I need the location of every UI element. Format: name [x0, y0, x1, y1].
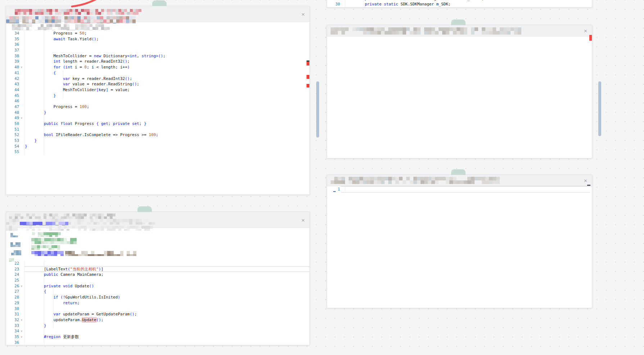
fold-gutter [19, 70, 24, 76]
fold-gutter [19, 42, 24, 48]
fold-gutter [19, 311, 24, 317]
fold-gutter [19, 289, 24, 295]
code-editor[interactable]: 29 public static Scene.SceneManager Scen… [327, 0, 592, 7]
chevron-down-icon[interactable]: ∨ [19, 317, 24, 323]
code-card-bottom-left: × 2223 [LabelText("当前的主相机")]24 public Ca… [6, 212, 310, 345]
line-number: 29 [6, 300, 19, 306]
code-line[interactable]: 35∨ #region 更新参数 [6, 334, 309, 340]
code-text: } [24, 110, 309, 116]
code-line[interactable]: 34 Progress = 50; [6, 31, 309, 36]
code-line[interactable]: 35 await Task.Yield(); [6, 36, 309, 42]
fold-gutter [19, 104, 24, 110]
code-line[interactable]: 36 [6, 340, 309, 346]
code-text: [LabelText("当前的主相机")] [24, 266, 309, 272]
canvas-scrollbar[interactable] [598, 81, 601, 136]
empty-card-bottom-right: × 1 [327, 175, 592, 308]
code-editor[interactable]: 2223 [LabelText("当前的主相机")]24 public Came… [6, 261, 309, 345]
code-line[interactable]: 23 [LabelText("当前的主相机")] [6, 266, 309, 272]
code-line[interactable]: 40∨ for (int i = 0; i < length; i++) [6, 64, 309, 70]
code-text: var value = reader.ReadString(); [24, 81, 309, 87]
code-line[interactable]: 42 var key = reader.ReadInt32(); [6, 76, 309, 82]
code-line[interactable]: 51 [6, 127, 309, 132]
fold-gutter [19, 81, 24, 87]
code-line[interactable]: 47 Progress = 100; [6, 104, 309, 110]
code-line[interactable]: 45 } [6, 93, 309, 99]
redacted-code [31, 245, 64, 250]
line-number: 52 [6, 132, 19, 138]
code-line[interactable]: 31 var updateParam = GetUpdateParam(); [6, 311, 309, 317]
code-text [24, 306, 309, 312]
code-line[interactable]: 41 { [6, 70, 309, 76]
chevron-down-icon[interactable]: ∨ [19, 328, 24, 334]
line-number: 44 [6, 87, 19, 93]
redacted-title [331, 27, 521, 35]
code-text [345, 187, 592, 192]
code-line[interactable]: 26∨ private void Update() [6, 283, 309, 289]
code-line[interactable]: 25 [6, 278, 309, 283]
redacted-code [31, 251, 64, 256]
code-line[interactable]: 1 [327, 187, 592, 192]
code-text: var key = reader.ReadInt32(); [24, 76, 309, 82]
line-number: 55 [6, 149, 19, 155]
code-text: MeshToCollider[key] = value; [24, 87, 309, 93]
fold-gutter [19, 144, 24, 149]
code-editor[interactable]: 1 [327, 187, 592, 192]
code-line[interactable]: 39 int length = reader.ReadInt32(); [6, 59, 309, 64]
code-line[interactable]: 50 public float Progress { get; private … [6, 121, 309, 127]
code-text: #region 更新参数 [24, 334, 309, 340]
code-line[interactable]: 27 { [6, 289, 309, 295]
code-text: public Camera MainCamera; [24, 272, 309, 278]
close-icon[interactable]: × [301, 217, 305, 222]
fold-gutter [19, 110, 24, 116]
fold-gutter [19, 76, 24, 82]
fold-gutter [19, 272, 24, 278]
code-line[interactable]: 38 MeshToCollider = new Dictionary<int, … [6, 53, 309, 59]
line-number: 51 [6, 127, 19, 132]
code-line[interactable]: 48 } [6, 110, 309, 116]
code-text [24, 149, 309, 155]
line-number: 22 [6, 261, 19, 266]
code-line[interactable]: 44 MeshToCollider[key] = value; [6, 87, 309, 93]
line-number: 49 [6, 115, 19, 121]
chevron-down-icon[interactable]: ∨ [19, 115, 24, 121]
code-text: int length = reader.ReadInt32(); [24, 59, 309, 64]
code-line[interactable]: 49∨ [6, 115, 309, 121]
code-line[interactable]: 53 } [6, 138, 309, 144]
line-number: 33 [6, 323, 19, 329]
code-line[interactable]: 29 return; [6, 300, 309, 306]
line-number: 28 [6, 295, 19, 300]
chevron-down-icon[interactable]: ∨ [19, 283, 24, 289]
code-line[interactable]: 28 if (!GpuWorldUtils.IsInited) [6, 295, 309, 300]
canvas-scrollbar[interactable] [316, 81, 319, 138]
close-icon[interactable]: × [584, 178, 588, 183]
canvas[interactable]: { "ui": { "close_label": "×", "fold_glyp… [0, 0, 644, 355]
code-line[interactable]: 36 [6, 42, 309, 48]
line-number: 40 [6, 64, 19, 70]
close-icon[interactable]: × [584, 28, 588, 33]
code-line[interactable]: 33 } [6, 323, 309, 329]
code-line[interactable]: 34∨ [6, 328, 309, 334]
code-line[interactable]: 37 [6, 48, 309, 53]
redacted-gutter [10, 233, 20, 237]
close-icon[interactable]: × [301, 12, 305, 16]
code-line[interactable]: 55 [6, 149, 309, 155]
line-number: 38 [6, 53, 19, 59]
code-line[interactable]: 30 [6, 306, 309, 312]
code-editor[interactable]: 34 Progress = 50;35 await Task.Yield();3… [6, 31, 309, 155]
code-line[interactable]: 46 [6, 98, 309, 104]
code-line[interactable]: 54} [6, 144, 309, 149]
code-text: } [24, 138, 309, 144]
chevron-down-icon[interactable]: ∨ [19, 64, 24, 70]
code-line[interactable]: 43 var value = reader.ReadString(); [6, 81, 309, 87]
fold-gutter [340, 187, 345, 192]
code-line[interactable]: 24 public Camera MainCamera; [6, 272, 309, 278]
line-number: 34 [6, 31, 19, 36]
code-text: MeshToCollider = new Dictionary<int, str… [24, 53, 309, 59]
code-line[interactable]: 52 bool IFileReader.IsCompelete => Progr… [6, 132, 309, 138]
line-number: 45 [6, 93, 19, 99]
code-line[interactable]: 22 [6, 261, 309, 266]
code-line[interactable]: 32∨ updateParam.Update(); [6, 317, 309, 323]
fold-gutter [340, 1, 345, 7]
code-line[interactable]: 30 private static SDK.SDKManager m_SDK; [327, 1, 592, 7]
chevron-down-icon[interactable]: ∨ [19, 334, 24, 340]
